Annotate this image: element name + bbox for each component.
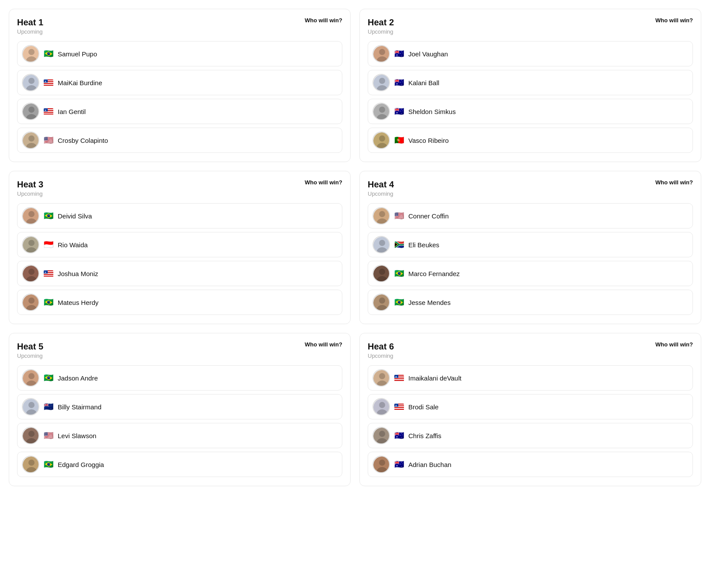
svg-point-45 — [28, 269, 35, 275]
surfer-avatar — [372, 236, 390, 253]
surfer-flag: ✕ — [394, 374, 404, 383]
surfer-row[interactable]: 🇧🇷 Marco Fernandez — [368, 261, 693, 286]
svg-rect-10 — [44, 85, 53, 86]
svg-point-1 — [28, 49, 35, 55]
surfer-row[interactable]: 🇳🇿 Billy Stairmand — [17, 394, 342, 419]
svg-rect-87 — [394, 378, 404, 379]
surfer-name: Adrian Buchan — [408, 461, 451, 468]
surfer-avatar — [372, 74, 390, 91]
svg-rect-98 — [394, 409, 404, 410]
surfer-flag: ✕ — [44, 107, 53, 116]
surfer-avatar — [22, 45, 39, 62]
heat-card-3: Heat 3 Upcoming Who will win? 🇧🇷 Deivid … — [9, 171, 351, 324]
surfer-row[interactable]: 🇧🇷 Jesse Mendes — [368, 290, 693, 315]
heat-card-1: Heat 1 Upcoming Who will win? 🇧🇷 Samuel … — [9, 9, 351, 162]
svg-point-61 — [379, 240, 385, 246]
heat-title-group: Heat 4 Upcoming — [368, 179, 394, 197]
surfer-row[interactable]: 🇧🇷 Samuel Pupo — [17, 41, 342, 66]
surfer-row[interactable]: 🇿🇦 Eli Beukes — [368, 232, 693, 257]
surfer-row[interactable]: 🇺🇸 Crosby Colapinto — [17, 128, 342, 153]
surfer-flag: 🇺🇸 — [44, 431, 53, 440]
heat-header: Heat 2 Upcoming Who will win? — [368, 17, 693, 35]
surfer-flag: 🇧🇷 — [394, 297, 404, 307]
svg-rect-50 — [44, 274, 53, 275]
svg-point-64 — [379, 269, 385, 275]
surfer-row[interactable]: 🇦🇺 Chris Zaffis — [368, 423, 693, 448]
heat-header: Heat 5 Upcoming Who will win? — [17, 341, 342, 359]
surfer-row[interactable]: 🇧🇷 Mateus Herdy — [17, 290, 342, 315]
who-will-win-label[interactable]: Who will win? — [655, 17, 693, 24]
surfer-name: Brodi Sale — [408, 403, 439, 411]
svg-point-73 — [28, 402, 35, 408]
surfer-name: Joel Vaughan — [408, 50, 448, 58]
surfer-name: Mateus Herdy — [58, 299, 98, 306]
surfer-row[interactable]: ✕ Brodi Sale — [368, 394, 693, 419]
surfer-flag: 🇧🇷 — [44, 49, 53, 59]
heat-status: Upcoming — [17, 28, 43, 35]
surfer-name: Jesse Mendes — [408, 299, 451, 306]
heat-status: Upcoming — [368, 190, 394, 197]
surfer-name: Jadson Andre — [58, 374, 98, 382]
svg-rect-19 — [44, 112, 53, 113]
surfer-avatar — [372, 265, 390, 282]
heat-header: Heat 4 Upcoming Who will win? — [368, 179, 693, 197]
surfer-avatar — [372, 131, 390, 149]
svg-point-30 — [379, 78, 385, 84]
surfer-name: Conner Coffin — [408, 212, 449, 220]
surfer-avatar — [372, 45, 390, 62]
svg-point-70 — [28, 373, 35, 379]
heat-status: Upcoming — [368, 353, 394, 359]
heat-title-group: Heat 1 Upcoming — [17, 17, 43, 35]
svg-rect-88 — [394, 380, 404, 381]
svg-rect-51 — [44, 276, 53, 277]
svg-rect-97 — [394, 407, 404, 408]
surfer-name: Billy Stairmand — [58, 403, 101, 411]
surfer-row[interactable]: 🇮🇩 Rio Waida — [17, 232, 342, 257]
surfer-row[interactable]: 🇧🇷 Jadson Andre — [17, 365, 342, 391]
who-will-win-label[interactable]: Who will win? — [305, 341, 342, 348]
surfer-row[interactable]: 🇦🇺 Sheldon Simkus — [368, 99, 693, 124]
surfer-row[interactable]: 🇧🇷 Edgard Groggia — [17, 452, 342, 477]
svg-rect-20 — [44, 114, 53, 114]
svg-point-76 — [28, 431, 35, 437]
surfer-row[interactable]: 🇦🇺 Kalani Ball — [368, 70, 693, 95]
surfer-row[interactable]: 🇦🇺 Adrian Buchan — [368, 452, 693, 477]
surfer-flag: 🇦🇺 — [394, 460, 404, 469]
svg-point-42 — [28, 240, 35, 246]
surfer-row[interactable]: 🇵🇹 Vasco Ribeiro — [368, 128, 693, 153]
surfer-name: Crosby Colapinto — [58, 137, 108, 144]
surfer-row[interactable]: 🇺🇸 Levi Slawson — [17, 423, 342, 448]
surfer-avatar — [372, 456, 390, 473]
surfer-flag: 🇿🇦 — [394, 240, 404, 249]
svg-text:✕: ✕ — [44, 80, 47, 83]
surfer-name: Deivid Silva — [58, 212, 92, 220]
surfer-row[interactable]: ✕ Joshua Moniz — [17, 261, 342, 286]
surfer-flag: 🇺🇸 — [394, 211, 404, 221]
surfer-flag: 🇦🇺 — [394, 431, 404, 440]
surfer-flag: 🇧🇷 — [44, 297, 53, 307]
surfer-row[interactable]: 🇧🇷 Deivid Silva — [17, 203, 342, 228]
who-will-win-label[interactable]: Who will win? — [305, 17, 342, 24]
surfer-name: Rio Waida — [58, 241, 88, 249]
surfer-row[interactable]: ✕ MaiKai Burdine — [17, 70, 342, 95]
heat-card-6: Heat 6 Upcoming Who will win? — [359, 333, 701, 486]
surfer-flag: ✕ — [394, 402, 404, 412]
svg-text:✕: ✕ — [44, 109, 47, 112]
surfer-flag: 🇦🇺 — [394, 49, 404, 59]
heat-header: Heat 3 Upcoming Who will win? — [17, 179, 342, 197]
surfer-flag: 🇳🇿 — [44, 402, 53, 412]
who-will-win-label[interactable]: Who will win? — [655, 341, 693, 348]
svg-point-14 — [28, 107, 35, 113]
surfer-row[interactable]: 🇺🇸 Conner Coffin — [368, 203, 693, 228]
surfer-name: Sheldon Simkus — [408, 108, 456, 115]
surfer-row[interactable]: ✕ Imaikalani deVault — [368, 365, 693, 391]
svg-point-27 — [379, 49, 385, 55]
surfer-row[interactable]: ✕ Ian Gentil — [17, 99, 342, 124]
who-will-win-label[interactable]: Who will win? — [655, 179, 693, 186]
surfer-row[interactable]: 🇦🇺 Joel Vaughan — [368, 41, 693, 66]
surfer-flag: 🇧🇷 — [44, 460, 53, 469]
surfer-avatar — [372, 398, 390, 415]
surfer-name: Samuel Pupo — [58, 50, 97, 58]
heat-title: Heat 1 — [17, 17, 43, 28]
who-will-win-label[interactable]: Who will win? — [305, 179, 342, 186]
